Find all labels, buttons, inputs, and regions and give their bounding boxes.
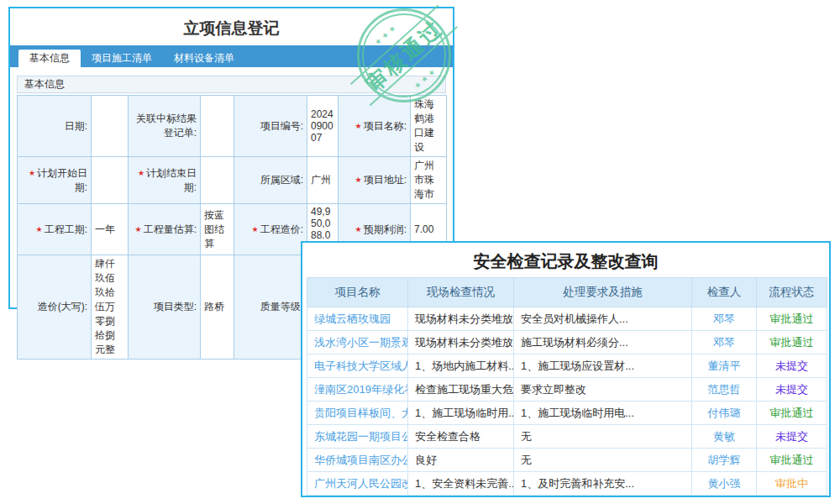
measures-cell: 无: [514, 449, 692, 472]
safety-table-head-row: 项目名称现场检查情况处理要求及措施检查人流程状态: [307, 278, 827, 307]
required-star-icon: ★: [36, 225, 43, 234]
inspector-cell: 邓琴: [692, 307, 757, 331]
inspector-cell: 付伟璐: [692, 402, 757, 425]
column-header: 流程状态: [757, 278, 827, 307]
measures-cell: 安全员对机械操作人...: [514, 307, 692, 331]
table-row: 浅水湾小区一期景观提升现场材料未分类堆放施工现场材料必须分...邓琴审批通过: [307, 331, 827, 354]
project-name-link[interactable]: 电子科技大学区域人行道: [307, 354, 408, 378]
field-label: ★工程工期:: [18, 204, 92, 255]
table-row: 绿城云栖玫瑰园现场材料未分类堆放安全员对机械操作人...邓琴审批通过: [307, 307, 827, 331]
field-label: ★工程造价:: [234, 204, 307, 255]
inspection-cell: 1、安全资料未完善...: [408, 472, 514, 496]
table-row: 广州天河人民公园改造工1、安全资料未完善...1、及时完善和补充安...黄小强审…: [307, 472, 827, 496]
status-badge: 审批中: [757, 472, 827, 496]
measures-cell: 1、施工现场临时用电...: [514, 402, 692, 425]
required-star-icon: ★: [29, 169, 35, 177]
field-label: ★计划开始日期:: [18, 157, 92, 204]
field-value: 2024090007: [307, 96, 339, 157]
field-label: 项目类型:: [129, 255, 201, 360]
status-badge: 审批通过: [757, 449, 827, 472]
field-value: [201, 96, 234, 157]
project-name-link[interactable]: 绿城云栖玫瑰园: [307, 307, 408, 331]
measures-cell: 1、施工现场应设置材...: [514, 354, 692, 378]
registration-panel-title: 立项信息登记: [10, 18, 453, 39]
inspector-cell: 范思哲: [692, 378, 757, 402]
table-row: 华侨城项目南区办公室内良好无胡学辉审批通过: [307, 449, 827, 472]
inspection-cell: 现场材料未分类堆放: [408, 331, 514, 354]
inspector-cell: 邓琴: [692, 331, 757, 354]
status-badge: 未提交: [757, 354, 827, 378]
table-row: 贵阳项目样板间、大堂、1、施工现场临时用...1、施工现场临时用电...付伟璐审…: [307, 402, 827, 425]
inspector-cell: 董清平: [692, 354, 757, 378]
column-header: 现场检查情况: [408, 278, 514, 307]
field-label: ★工程量估算:: [129, 204, 201, 255]
inspection-cell: 1、场地内施工材料...: [408, 354, 514, 378]
column-header: 检查人: [692, 278, 757, 307]
column-header: 项目名称: [307, 278, 408, 307]
status-badge: 审批通过: [757, 402, 827, 425]
inspection-cell: 现场材料未分类堆放: [408, 307, 514, 331]
field-label: 关联中标结果登记单:: [129, 96, 201, 157]
status-badge: 审批通过: [757, 307, 827, 331]
tab-bar: 基本信息项目施工清单材料设备清单: [10, 45, 453, 67]
tab-basic-info[interactable]: 基本信息: [18, 50, 81, 67]
status-badge: 未提交: [757, 425, 827, 449]
form-row: 日期:关联中标结果登记单:项目编号:2024090007★项目名称:珠海鹤港口建…: [18, 96, 447, 157]
status-badge: 未提交: [757, 378, 827, 402]
table-row: 东城花园一期项目公寓大安全检查合格无黄敏未提交: [307, 425, 827, 449]
field-value: [92, 157, 129, 204]
inspector-cell: 胡学辉: [692, 449, 757, 472]
form-row: ★计划开始日期:★计划结束日期:所属区域:广州★项目地址:广州市珠海市: [18, 157, 447, 204]
column-header: 处理要求及措施: [514, 278, 692, 307]
field-label: 质量等级:: [234, 255, 307, 360]
field-value: [201, 157, 234, 204]
field-label: ★项目地址:: [339, 157, 411, 204]
project-name-link[interactable]: 广州天河人民公园改造工: [307, 472, 408, 496]
required-star-icon: ★: [138, 169, 144, 177]
field-value: [92, 96, 129, 157]
safety-panel-title: 安全检查记录及整改查询: [302, 249, 829, 274]
tab-material-list[interactable]: 材料设备清单: [163, 50, 245, 67]
required-star-icon: ★: [252, 225, 259, 234]
required-star-icon: ★: [355, 122, 362, 130]
field-label: 项目编号:: [234, 96, 307, 157]
required-star-icon: ★: [355, 176, 362, 184]
measures-cell: 施工现场材料必须分...: [514, 331, 692, 354]
status-badge: 审批通过: [757, 331, 827, 354]
field-label: 造价(大写):: [18, 255, 92, 360]
inspector-cell: 黄小强: [692, 472, 757, 496]
safety-table-body: 绿城云栖玫瑰园现场材料未分类堆放安全员对机械操作人...邓琴审批通过浅水湾小区一…: [307, 307, 827, 496]
field-value: 一年: [92, 204, 129, 255]
measures-cell: 无: [514, 425, 692, 449]
measures-cell: 要求立即整改: [514, 378, 692, 402]
project-name-link[interactable]: 潼南区2019年绿化补贴项: [307, 378, 408, 402]
field-label: ★计划结束日期:: [129, 157, 201, 204]
inspection-cell: 1、施工现场临时用...: [408, 402, 514, 425]
field-value: 广州市珠海市: [411, 157, 447, 204]
required-star-icon: ★: [135, 225, 142, 234]
measures-cell: 1、及时完善和补充安...: [514, 472, 692, 496]
tab-construction-list[interactable]: 项目施工清单: [81, 50, 163, 67]
field-value: 路桥: [201, 255, 234, 360]
required-star-icon: ★: [355, 225, 362, 234]
field-value: 广州: [307, 157, 339, 204]
inspection-cell: 检查施工现场重大危...: [408, 378, 514, 402]
field-label: 日期:: [18, 96, 92, 157]
inspection-cell: 安全检查合格: [408, 425, 514, 449]
safety-table: 项目名称现场检查情况处理要求及措施检查人流程状态 绿城云栖玫瑰园现场材料未分类堆…: [307, 277, 827, 496]
table-row: 电子科技大学区域人行道1、场地内施工材料...1、施工现场应设置材...董清平未…: [307, 354, 827, 378]
project-name-link[interactable]: 东城花园一期项目公寓大: [307, 425, 408, 449]
safety-query-panel: 安全检查记录及整改查询 项目名称现场检查情况处理要求及措施检查人流程状态 绿城云…: [301, 241, 831, 497]
section-header: 基本信息: [17, 76, 446, 93]
field-label: 所属区域:: [234, 157, 307, 204]
field-value: 珠海鹤港口建设: [411, 96, 447, 157]
inspector-cell: 黄敏: [692, 425, 757, 449]
field-value: 按蓝图结算: [201, 204, 234, 255]
table-row: 潼南区2019年绿化补贴项检查施工现场重大危...要求立即整改范思哲未提交: [307, 378, 827, 402]
field-label: ★项目名称:: [339, 96, 411, 157]
inspection-cell: 良好: [408, 449, 514, 472]
project-name-link[interactable]: 华侨城项目南区办公室内: [307, 449, 408, 472]
project-name-link[interactable]: 浅水湾小区一期景观提升: [307, 331, 408, 354]
project-name-link[interactable]: 贵阳项目样板间、大堂、: [307, 402, 408, 425]
field-value: 肆仟玖佰玖拾伍万零捌拾捌元整: [92, 255, 129, 360]
